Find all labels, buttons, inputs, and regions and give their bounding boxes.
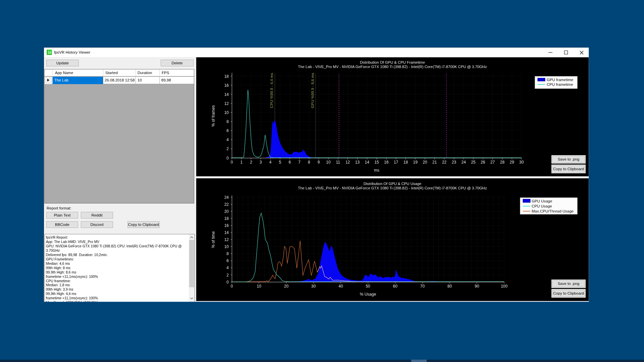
- svg-text:29: 29: [510, 160, 515, 165]
- svg-text:18: 18: [404, 160, 408, 165]
- svg-text:40: 40: [338, 284, 343, 289]
- svg-text:0: 0: [226, 156, 229, 161]
- svg-text:% of time: % of time: [211, 231, 216, 248]
- svg-text:3: 3: [260, 160, 262, 165]
- svg-text:ms: ms: [374, 168, 379, 173]
- svg-text:8: 8: [226, 119, 229, 124]
- svg-text:18: 18: [224, 74, 229, 79]
- svg-text:6: 6: [288, 160, 291, 165]
- svg-text:70: 70: [420, 284, 425, 289]
- svg-text:% Usage: % Usage: [360, 292, 376, 297]
- svg-text:8: 8: [308, 160, 310, 165]
- svg-text:12: 12: [345, 160, 350, 165]
- svg-text:20: 20: [224, 209, 229, 214]
- svg-text:10: 10: [224, 244, 229, 249]
- svg-text:12: 12: [224, 101, 229, 106]
- svg-text:30: 30: [519, 160, 524, 165]
- svg-text:20: 20: [284, 284, 289, 289]
- svg-text:2: 2: [226, 273, 229, 278]
- svg-text:1: 1: [240, 160, 243, 165]
- svg-text:11: 11: [336, 160, 340, 165]
- svg-text:20: 20: [423, 160, 427, 165]
- svg-text:10: 10: [224, 110, 229, 115]
- svg-text:4: 4: [226, 137, 229, 142]
- svg-text:16: 16: [224, 83, 229, 88]
- svg-text:21: 21: [432, 160, 437, 165]
- svg-text:16: 16: [384, 160, 389, 165]
- svg-text:4: 4: [226, 265, 229, 270]
- svg-text:8: 8: [226, 251, 229, 256]
- svg-text:2: 2: [226, 146, 229, 151]
- svg-text:13: 13: [355, 160, 360, 165]
- svg-text:90: 90: [475, 284, 479, 289]
- svg-text:60: 60: [393, 284, 398, 289]
- svg-text:30: 30: [311, 284, 316, 289]
- svg-text:24: 24: [224, 195, 229, 200]
- svg-text:Max.CPU/Thread Usage: Max.CPU/Thread Usage: [532, 209, 574, 213]
- svg-text:15: 15: [374, 160, 379, 165]
- svg-text:CPU %99.9 - 4,4 ms: CPU %99.9 - 4,4 ms: [270, 73, 274, 108]
- svg-text:10: 10: [257, 284, 262, 289]
- svg-text:100: 100: [501, 284, 507, 289]
- svg-text:GPU frametime: GPU frametime: [547, 78, 573, 82]
- svg-text:5: 5: [279, 160, 281, 165]
- svg-text:50: 50: [366, 284, 370, 289]
- svg-text:7: 7: [298, 160, 301, 165]
- svg-text:17: 17: [394, 160, 398, 165]
- svg-text:16: 16: [224, 223, 229, 228]
- svg-text:GPU Usage: GPU Usage: [532, 199, 552, 203]
- svg-text:12: 12: [224, 237, 229, 242]
- svg-text:6: 6: [226, 258, 229, 263]
- svg-text:CPU frametime: CPU frametime: [547, 82, 573, 86]
- svg-text:24: 24: [462, 160, 466, 165]
- svg-text:18: 18: [224, 216, 229, 221]
- svg-text:2: 2: [250, 160, 252, 165]
- svg-text:23: 23: [452, 160, 457, 165]
- svg-text:% of frames: % of frames: [211, 105, 216, 127]
- svg-text:14: 14: [365, 160, 370, 165]
- svg-text:22: 22: [442, 160, 447, 165]
- svg-text:14: 14: [224, 230, 229, 235]
- svg-text:22: 22: [224, 202, 229, 207]
- svg-text:80: 80: [447, 284, 452, 289]
- svg-text:4: 4: [269, 160, 272, 165]
- svg-text:0: 0: [231, 160, 233, 165]
- svg-text:14: 14: [224, 92, 229, 97]
- svg-text:GPU %99.9 - 8,6 ms: GPU %99.9 - 8,6 ms: [311, 73, 315, 108]
- svg-text:19: 19: [413, 160, 418, 165]
- svg-text:0: 0: [226, 280, 229, 285]
- svg-text:6: 6: [226, 128, 229, 133]
- svg-text:CPU Usage: CPU Usage: [532, 204, 552, 208]
- svg-text:26: 26: [481, 160, 485, 165]
- svg-text:0: 0: [231, 284, 233, 289]
- svg-text:25: 25: [471, 160, 476, 165]
- svg-text:28: 28: [500, 160, 505, 165]
- svg-text:27: 27: [490, 160, 495, 165]
- svg-text:10: 10: [326, 160, 331, 165]
- svg-text:9: 9: [318, 160, 320, 165]
